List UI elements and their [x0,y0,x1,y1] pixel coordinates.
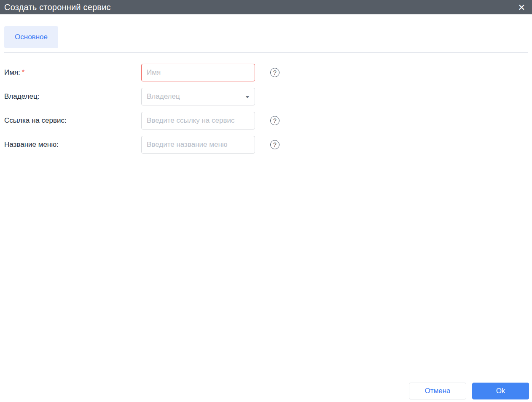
service-link-label: Ссылка на сервис: [4,116,141,125]
name-input[interactable] [141,64,255,81]
form-row-owner: Владелец: Владелец ▼ [0,88,532,105]
service-link-help-icon[interactable]: ? [270,116,279,125]
chevron-down-icon: ▼ [245,94,251,99]
name-label: Имя:* [4,68,141,77]
form-row-service-link: Ссылка на сервис: ? [0,112,532,130]
menu-name-input[interactable] [141,136,255,154]
dialog-footer: Отмена Ok [409,383,529,399]
tab-bar: Основное [4,26,58,48]
required-mark: * [22,68,25,76]
close-icon[interactable]: ✕ [517,2,526,13]
ok-button[interactable]: Ok [472,383,529,399]
owner-label: Владелец: [4,92,141,101]
owner-select-placeholder: Владелец [147,92,180,101]
menu-name-help-icon[interactable]: ? [270,140,279,149]
tab-divider [4,52,528,53]
tab-main[interactable]: Основное [4,26,58,48]
name-help-icon[interactable]: ? [270,68,279,77]
menu-name-label: Название меню: [4,140,141,149]
owner-select[interactable]: Владелец ▼ [141,88,255,105]
form-row-menu-name: Название меню: ? [0,136,532,154]
service-link-input[interactable] [141,112,255,130]
form-row-name: Имя:* ? [0,64,532,81]
dialog-title: Создать сторонний сервис [4,3,111,12]
service-form: Имя:* ? Владелец: Владелец ▼ Ссылка на с… [0,64,532,160]
cancel-button[interactable]: Отмена [409,383,466,399]
dialog-titlebar: Создать сторонний сервис ✕ [0,0,532,14]
